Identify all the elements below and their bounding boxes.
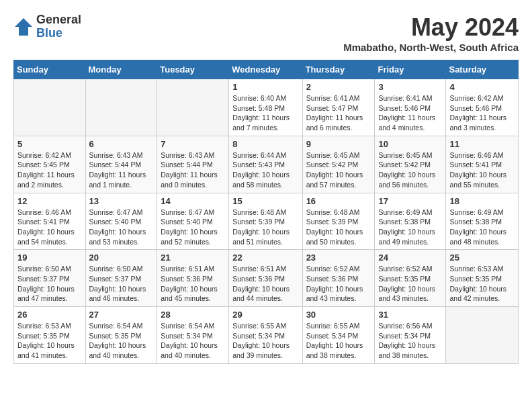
title-area: May 2024 Mmabatho, North-West, South Afr… — [343, 13, 519, 53]
day-info: Sunrise: 6:44 AM Sunset: 5:43 PM Dayligh… — [232, 150, 298, 190]
calendar-cell: 5Sunrise: 6:42 AM Sunset: 5:45 PM Daylig… — [14, 136, 86, 193]
calendar-cell: 20Sunrise: 6:50 AM Sunset: 5:37 PM Dayli… — [85, 250, 157, 307]
calendar-cell — [446, 307, 519, 364]
day-number: 2 — [306, 82, 371, 92]
day-number: 6 — [89, 139, 154, 149]
logo: General Blue — [13, 13, 81, 40]
calendar-cell — [85, 79, 157, 136]
day-info: Sunrise: 6:47 AM Sunset: 5:40 PM Dayligh… — [89, 208, 154, 247]
day-info: Sunrise: 6:48 AM Sunset: 5:39 PM Dayligh… — [232, 208, 298, 247]
day-number: 24 — [378, 253, 442, 263]
day-number: 11 — [449, 139, 515, 149]
week-row-1: 5Sunrise: 6:42 AM Sunset: 5:45 PM Daylig… — [14, 136, 519, 193]
calendar-cell: 23Sunrise: 6:52 AM Sunset: 5:36 PM Dayli… — [302, 250, 375, 307]
day-number: 26 — [17, 310, 82, 320]
calendar-cell: 16Sunrise: 6:48 AM Sunset: 5:39 PM Dayli… — [302, 193, 375, 250]
day-number: 8 — [232, 139, 298, 149]
day-number: 14 — [161, 196, 225, 206]
calendar-cell: 24Sunrise: 6:52 AM Sunset: 5:35 PM Dayli… — [375, 250, 446, 307]
logo-icon — [13, 17, 34, 37]
day-info: Sunrise: 6:45 AM Sunset: 5:42 PM Dayligh… — [306, 150, 371, 190]
calendar-cell: 18Sunrise: 6:49 AM Sunset: 5:38 PM Dayli… — [446, 193, 519, 250]
day-info: Sunrise: 6:54 AM Sunset: 5:34 PM Dayligh… — [161, 321, 225, 361]
day-number: 31 — [378, 310, 442, 320]
day-info: Sunrise: 6:42 AM Sunset: 5:45 PM Dayligh… — [17, 150, 82, 190]
week-row-4: 26Sunrise: 6:53 AM Sunset: 5:35 PM Dayli… — [14, 307, 519, 364]
day-info: Sunrise: 6:47 AM Sunset: 5:40 PM Dayligh… — [161, 208, 225, 247]
calendar-cell: 9Sunrise: 6:45 AM Sunset: 5:42 PM Daylig… — [302, 136, 375, 193]
calendar-cell: 22Sunrise: 6:51 AM Sunset: 5:36 PM Dayli… — [229, 250, 302, 307]
day-number: 25 — [449, 253, 515, 263]
day-info: Sunrise: 6:54 AM Sunset: 5:35 PM Dayligh… — [89, 321, 154, 361]
day-number: 20 — [89, 253, 154, 263]
header-friday: Friday — [375, 60, 446, 79]
day-number: 4 — [449, 82, 515, 92]
day-info: Sunrise: 6:49 AM Sunset: 5:38 PM Dayligh… — [449, 208, 515, 247]
calendar-cell: 10Sunrise: 6:45 AM Sunset: 5:42 PM Dayli… — [375, 136, 446, 193]
week-row-0: 1Sunrise: 6:40 AM Sunset: 5:48 PM Daylig… — [14, 79, 519, 136]
day-info: Sunrise: 6:48 AM Sunset: 5:39 PM Dayligh… — [306, 208, 371, 247]
calendar-cell: 21Sunrise: 6:51 AM Sunset: 5:36 PM Dayli… — [157, 250, 229, 307]
calendar-cell: 17Sunrise: 6:49 AM Sunset: 5:38 PM Dayli… — [375, 193, 446, 250]
calendar-cell: 3Sunrise: 6:41 AM Sunset: 5:46 PM Daylig… — [375, 79, 446, 136]
day-info: Sunrise: 6:55 AM Sunset: 5:34 PM Dayligh… — [306, 321, 371, 361]
calendar-cell: 26Sunrise: 6:53 AM Sunset: 5:35 PM Dayli… — [14, 307, 86, 364]
day-number: 3 — [378, 82, 442, 92]
calendar-cell: 6Sunrise: 6:43 AM Sunset: 5:44 PM Daylig… — [85, 136, 157, 193]
day-info: Sunrise: 6:40 AM Sunset: 5:48 PM Dayligh… — [232, 93, 298, 133]
day-number: 28 — [161, 310, 225, 320]
calendar-cell: 11Sunrise: 6:46 AM Sunset: 5:41 PM Dayli… — [446, 136, 519, 193]
calendar-cell: 31Sunrise: 6:56 AM Sunset: 5:34 PM Dayli… — [375, 307, 446, 364]
day-number: 23 — [306, 253, 371, 263]
day-info: Sunrise: 6:51 AM Sunset: 5:36 PM Dayligh… — [232, 264, 298, 304]
day-info: Sunrise: 6:41 AM Sunset: 5:46 PM Dayligh… — [378, 93, 442, 133]
day-number: 7 — [161, 139, 225, 149]
day-number: 13 — [89, 196, 154, 206]
day-info: Sunrise: 6:50 AM Sunset: 5:37 PM Dayligh… — [17, 264, 82, 304]
day-info: Sunrise: 6:41 AM Sunset: 5:47 PM Dayligh… — [306, 93, 371, 133]
day-info: Sunrise: 6:50 AM Sunset: 5:37 PM Dayligh… — [89, 264, 154, 304]
calendar-cell: 15Sunrise: 6:48 AM Sunset: 5:39 PM Dayli… — [229, 193, 302, 250]
header-saturday: Saturday — [446, 60, 519, 79]
day-number: 19 — [17, 253, 82, 263]
page-header: General Blue May 2024 Mmabatho, North-We… — [13, 13, 519, 53]
calendar-cell: 12Sunrise: 6:46 AM Sunset: 5:41 PM Dayli… — [14, 193, 86, 250]
calendar-table: SundayMondayTuesdayWednesdayThursdayFrid… — [13, 60, 519, 364]
calendar-cell: 13Sunrise: 6:47 AM Sunset: 5:40 PM Dayli… — [85, 193, 157, 250]
week-row-2: 12Sunrise: 6:46 AM Sunset: 5:41 PM Dayli… — [14, 193, 519, 250]
day-info: Sunrise: 6:51 AM Sunset: 5:36 PM Dayligh… — [161, 264, 225, 304]
calendar-cell: 7Sunrise: 6:43 AM Sunset: 5:44 PM Daylig… — [157, 136, 229, 193]
day-info: Sunrise: 6:43 AM Sunset: 5:44 PM Dayligh… — [161, 150, 225, 190]
calendar-cell: 4Sunrise: 6:42 AM Sunset: 5:46 PM Daylig… — [446, 79, 519, 136]
header-sunday: Sunday — [14, 60, 86, 79]
day-number: 30 — [306, 310, 371, 320]
calendar-cell: 30Sunrise: 6:55 AM Sunset: 5:34 PM Dayli… — [302, 307, 375, 364]
day-info: Sunrise: 6:52 AM Sunset: 5:35 PM Dayligh… — [378, 264, 442, 304]
calendar-cell: 2Sunrise: 6:41 AM Sunset: 5:47 PM Daylig… — [302, 79, 375, 136]
day-info: Sunrise: 6:52 AM Sunset: 5:36 PM Dayligh… — [306, 264, 371, 304]
header-monday: Monday — [85, 60, 157, 79]
day-number: 1 — [232, 82, 298, 92]
header-wednesday: Wednesday — [229, 60, 302, 79]
day-number: 16 — [306, 196, 371, 206]
day-number: 5 — [17, 139, 82, 149]
calendar-cell: 29Sunrise: 6:55 AM Sunset: 5:34 PM Dayli… — [229, 307, 302, 364]
week-row-3: 19Sunrise: 6:50 AM Sunset: 5:37 PM Dayli… — [14, 250, 519, 307]
calendar-cell: 28Sunrise: 6:54 AM Sunset: 5:34 PM Dayli… — [157, 307, 229, 364]
header-row: SundayMondayTuesdayWednesdayThursdayFrid… — [14, 60, 519, 79]
day-info: Sunrise: 6:46 AM Sunset: 5:41 PM Dayligh… — [449, 150, 515, 190]
day-info: Sunrise: 6:45 AM Sunset: 5:42 PM Dayligh… — [378, 150, 442, 190]
day-number: 9 — [306, 139, 371, 149]
day-info: Sunrise: 6:55 AM Sunset: 5:34 PM Dayligh… — [232, 321, 298, 361]
location-title: Mmabatho, North-West, South Africa — [343, 42, 519, 53]
calendar-cell: 8Sunrise: 6:44 AM Sunset: 5:43 PM Daylig… — [229, 136, 302, 193]
day-number: 21 — [161, 253, 225, 263]
day-info: Sunrise: 6:49 AM Sunset: 5:38 PM Dayligh… — [378, 208, 442, 247]
day-number: 29 — [232, 310, 298, 320]
logo-general-text: General — [36, 13, 81, 27]
day-number: 10 — [378, 139, 442, 149]
day-number: 17 — [378, 196, 442, 206]
calendar-cell: 1Sunrise: 6:40 AM Sunset: 5:48 PM Daylig… — [229, 79, 302, 136]
month-title: May 2024 — [343, 13, 519, 42]
header-tuesday: Tuesday — [157, 60, 229, 79]
